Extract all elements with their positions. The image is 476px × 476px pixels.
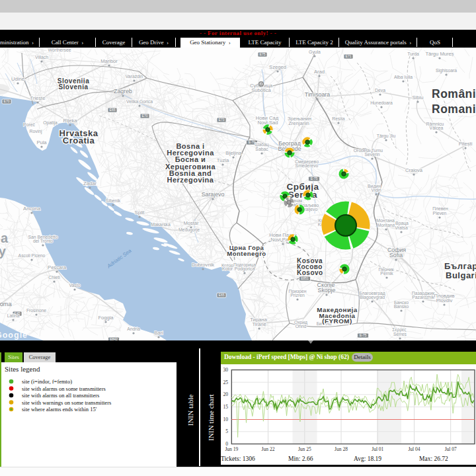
svg-text:Wörthersee: Wörthersee [48, 48, 71, 52]
svg-text:Rijeka: Rijeka [63, 118, 77, 124]
svg-text:10: 10 [223, 416, 229, 422]
svg-text:Zagreb: Zagreb [114, 88, 132, 95]
svg-text:Slovenia: Slovenia [58, 83, 88, 91]
svg-text:15: 15 [223, 404, 229, 410]
svg-text:Italy: Italy [0, 244, 7, 258]
svg-text:Šibenik: Šibenik [106, 198, 121, 203]
svg-text:20: 20 [223, 391, 229, 397]
svg-text:E65: E65 [219, 293, 225, 297]
svg-text:Tiranë: Tiranë [252, 321, 266, 327]
svg-text:Jun 28: Jun 28 [335, 446, 348, 452]
svg-text:Kosovo: Kosovo [297, 269, 323, 276]
svg-text:Bulgaria: Bulgaria [446, 270, 476, 280]
svg-text:Latina: Latina [7, 313, 20, 318]
svg-text:Pula: Pula [36, 139, 47, 145]
svg-text:Hunedoara: Hunedoara [370, 100, 393, 105]
svg-text:Vratsa: Vratsa [395, 225, 408, 230]
svg-text:Vasto: Vasto [69, 283, 81, 288]
svg-text:Dubrovnik: Dubrovnik [192, 262, 214, 268]
svg-text:Jun 22: Jun 22 [262, 446, 275, 452]
svg-text:Bari: Bari [154, 330, 163, 336]
svg-text:Split: Split [135, 210, 145, 216]
svg-text:Croatia: Croatia [63, 136, 95, 145]
svg-text:E851: E851 [301, 276, 309, 280]
svg-text:Pleven: Pleven [433, 211, 447, 216]
svg-text:Foggia: Foggia [98, 315, 114, 321]
svg-text:site (i=indor, f=femto): site (i=indor, f=femto) [22, 378, 72, 385]
svg-text:site with warnings on some tra: site with warnings on some transmitters [22, 399, 111, 406]
svg-text:Rovinj: Rovinj [30, 129, 42, 134]
svg-text:Ancona: Ancona [23, 206, 41, 212]
svg-text:Maribor: Maribor [100, 58, 118, 64]
svg-text:Târgu Jiu: Târgu Jiu [377, 134, 396, 139]
svg-text:Tuzla: Tuzla [217, 157, 229, 163]
svg-text:Međugorje: Međugorje [178, 227, 200, 233]
svg-text:Frosinone: Frosinone [26, 308, 46, 313]
svg-text:E75: E75 [260, 52, 266, 56]
svg-text:Alba Iulia: Alba Iulia [394, 75, 413, 79]
svg-text:E70: E70 [4, 99, 10, 103]
svg-text:Subotica: Subotica [251, 87, 271, 93]
svg-text:Vâlcea: Vâlcea [430, 126, 444, 130]
svg-text:Zadar: Zadar [83, 180, 97, 186]
svg-text:Sarajevo: Sarajevo [202, 191, 225, 198]
svg-text:5: 5 [225, 428, 228, 434]
svg-text:Plovdiv: Plovdiv [436, 298, 453, 303]
svg-text:Târgu Mureș: Târgu Mureș [425, 51, 454, 57]
svg-text:Podgorica: Podgorica [235, 266, 255, 272]
svg-text:E65: E65 [110, 108, 116, 112]
svg-text:Opatija: Opatija [43, 120, 58, 126]
svg-text:E-75: E-75 [360, 333, 367, 337]
svg-text:E73: E73 [219, 118, 225, 122]
svg-text:Severin: Severin [364, 152, 379, 157]
svg-text:Reșița: Reșița [332, 116, 344, 122]
svg-text:Herzegovina: Herzegovina [167, 176, 214, 184]
svg-text:Romania: Romania [432, 102, 476, 116]
svg-text:Pescara: Pescara [48, 264, 67, 270]
svg-text:Sighișoara: Sighișoara [436, 68, 457, 73]
svg-text:Ascoli Piceno: Ascoli Piceno [19, 253, 46, 258]
svg-text:Google: Google [0, 331, 28, 340]
svg-text:del Tronto: del Tronto [33, 239, 53, 243]
svg-text:Smederevo: Smederevo [296, 163, 319, 168]
svg-text:Makarska: Makarska [151, 222, 171, 227]
svg-text:Монтана: Монтана [376, 218, 395, 223]
svg-text:Bansko: Bansko [394, 304, 409, 309]
svg-text:Trieste: Trieste [30, 95, 46, 101]
svg-text:Montana: Montana [377, 223, 395, 227]
svg-text:Zrenjanin: Zrenjanin [288, 120, 309, 126]
svg-text:E70: E70 [142, 114, 148, 118]
svg-text:E71: E71 [346, 54, 352, 58]
svg-text:Bijeljina: Bijeljina [225, 151, 241, 156]
svg-text:Blagoevgrad: Blagoevgrad [360, 295, 385, 300]
svg-text:(FYROM): (FYROM) [322, 317, 352, 325]
svg-text:Szeged: Szeged [269, 64, 286, 70]
svg-text:E-75: E-75 [311, 177, 318, 180]
svg-text:Turda: Turda [407, 52, 419, 56]
svg-text:Vidin: Vidin [372, 188, 381, 192]
svg-text:Pitești: Pitești [459, 141, 473, 147]
svg-text:site where alarms ends within: site where alarms ends within 15' [22, 406, 97, 413]
svg-text:Плевен: Плевен [432, 206, 448, 211]
svg-text:Jun 19: Jun 19 [225, 446, 238, 452]
svg-text:Jul 04: Jul 04 [408, 446, 420, 452]
svg-text:România: România [432, 87, 476, 100]
svg-text:Deva: Deva [375, 88, 385, 93]
svg-text:site with alarms on some trans: site with alarms on some transmitters [22, 385, 106, 392]
svg-text:30: 30 [223, 367, 229, 373]
svg-text:Timisoara: Timisoara [305, 91, 330, 98]
svg-text:Sofia: Sofia [389, 252, 403, 258]
svg-text:Italia: Italia [0, 231, 9, 245]
svg-text:Varaždin: Varaždin [126, 74, 143, 79]
svg-text:Pernik: Pernik [380, 271, 393, 276]
svg-text:Chieti: Chieti [48, 275, 60, 280]
svg-text:Gyula: Gyula [309, 50, 321, 55]
svg-text:Jun 25: Jun 25 [298, 446, 311, 452]
svg-text:Pazardzhik: Pazardzhik [412, 295, 434, 299]
svg-text:България: България [444, 261, 476, 271]
svg-text:Arad: Arad [314, 69, 325, 75]
svg-text:Jul 01: Jul 01 [372, 446, 383, 452]
svg-text:Udine: Udine [11, 76, 24, 82]
svg-text:25: 25 [223, 379, 229, 385]
svg-text:Velika Gorica: Velika Gorica [126, 99, 153, 104]
